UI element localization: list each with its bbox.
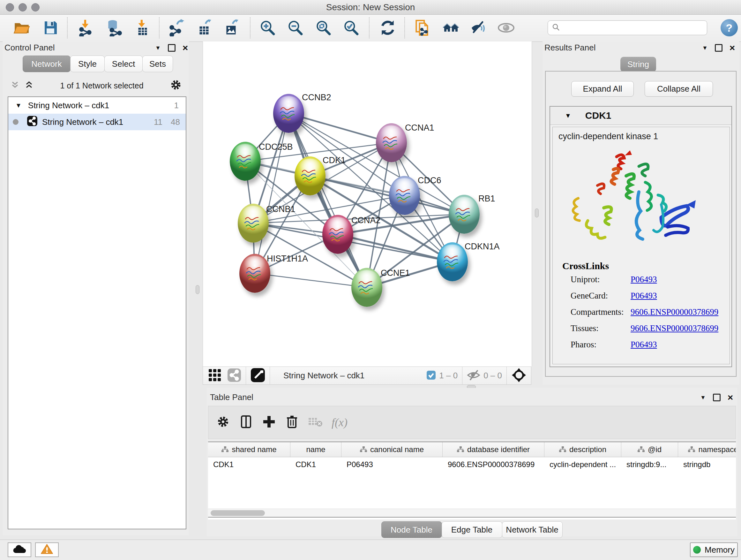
gene-collapse-icon[interactable]: ▼ xyxy=(565,112,571,119)
hidden-eye-icon[interactable] xyxy=(467,370,480,382)
export-image-button[interactable] xyxy=(222,19,241,38)
show-hidden-button[interactable] xyxy=(497,19,515,38)
column-header-name[interactable]: name xyxy=(290,442,341,457)
crosslink-link[interactable]: 9606.ENSP00000378699 xyxy=(630,307,718,317)
delete-column-icon[interactable] xyxy=(285,415,299,430)
crosslink-link[interactable]: P06493 xyxy=(630,291,657,301)
grid-view-icon[interactable] xyxy=(208,368,221,383)
node-CCNA1[interactable] xyxy=(376,123,407,162)
table-cell[interactable]: cyclin-dependent ... xyxy=(544,457,621,472)
expand-all-button[interactable]: Expand All xyxy=(571,81,634,97)
table-settings-gear-icon[interactable] xyxy=(216,415,230,430)
node-CCNA2[interactable] xyxy=(322,215,353,254)
warnings-button[interactable] xyxy=(35,543,59,557)
import-network-database-button[interactable] xyxy=(105,19,123,38)
search-input[interactable] xyxy=(562,23,707,33)
panel-menu-icon[interactable]: ▼ xyxy=(700,394,706,401)
scrollbar-thumb[interactable] xyxy=(211,510,265,516)
table-cell[interactable]: CDK1 xyxy=(208,457,290,472)
panel-float-icon[interactable] xyxy=(168,44,176,52)
fit-content-button[interactable] xyxy=(314,19,333,38)
gene-card-header[interactable]: ▼ CDK1 xyxy=(550,107,731,125)
save-session-button[interactable] xyxy=(41,19,60,38)
table-horizontal-scrollbar[interactable] xyxy=(208,509,736,517)
column-header--id[interactable]: @id xyxy=(621,442,678,457)
center-view-icon[interactable] xyxy=(511,368,527,384)
network-row[interactable]: String Network – cdk1 11 48 xyxy=(8,114,186,130)
hide-selected-button[interactable] xyxy=(469,19,488,38)
panel-close-icon[interactable]: × xyxy=(728,395,733,400)
node-HIST1H1A[interactable] xyxy=(239,254,270,293)
zoom-selected-button[interactable] xyxy=(342,19,360,38)
table-row[interactable]: CDK1CDK1P064939606.ENSP00000378699cyclin… xyxy=(208,457,736,472)
node-CDC6[interactable] xyxy=(389,176,420,215)
function-builder-icon[interactable]: f(x) xyxy=(332,416,347,429)
column-header-canonical-name[interactable]: canonical name xyxy=(341,442,443,457)
tab-edge-table[interactable]: Edge Table xyxy=(442,521,502,538)
node-CCNB2[interactable] xyxy=(273,94,304,133)
clone-network-button[interactable] xyxy=(413,19,431,38)
import-network-file-button[interactable] xyxy=(77,19,95,38)
add-column-icon[interactable] xyxy=(262,415,276,430)
cloud-status-button[interactable] xyxy=(8,543,31,557)
column-header-shared-name[interactable]: shared name xyxy=(208,442,290,457)
tab-select[interactable]: Select xyxy=(105,56,143,72)
crosslink-link[interactable]: P06493 xyxy=(630,274,657,285)
toolbar-search[interactable] xyxy=(548,20,707,35)
panel-close-icon[interactable]: × xyxy=(183,45,188,51)
node-RB1[interactable] xyxy=(449,195,480,234)
delete-table-icon[interactable] xyxy=(308,416,323,429)
crosslink-link[interactable]: 9606.ENSP00000378699 xyxy=(630,323,718,333)
help-button[interactable]: ? xyxy=(721,19,738,37)
collapse-all-networks-icon[interactable] xyxy=(10,80,20,91)
tab-node-table[interactable]: Node Table xyxy=(381,521,442,538)
network-view-canvas[interactable]: CCNB2CCNA1CDC25BCDK1CDC6RB1CCNB1CCNA2CDK… xyxy=(203,42,532,367)
node-CDC25B[interactable] xyxy=(230,142,261,181)
show-columns-icon[interactable] xyxy=(239,415,253,430)
tab-style[interactable]: Style xyxy=(70,56,105,72)
table-cell[interactable]: stringdb:9... xyxy=(621,457,678,472)
right-splitter-handle[interactable] xyxy=(535,208,539,217)
column-header-database-identifier[interactable]: database identifier xyxy=(443,442,544,457)
open-session-button[interactable] xyxy=(12,19,31,38)
zoom-in-button[interactable] xyxy=(258,19,277,38)
crosslink-link[interactable]: P06493 xyxy=(630,340,657,350)
edge-CCNB2-CCNA1[interactable] xyxy=(288,113,391,143)
panel-close-icon[interactable]: × xyxy=(730,45,735,51)
panel-menu-icon[interactable]: ▼ xyxy=(702,45,708,51)
collapse-all-button[interactable]: Collapse All xyxy=(645,81,713,97)
node-CCNE1[interactable] xyxy=(351,268,382,307)
export-table-button[interactable] xyxy=(195,19,213,38)
tab-sets[interactable]: Sets xyxy=(142,56,173,72)
table-cell[interactable]: stringdb xyxy=(678,457,736,472)
tab-network[interactable]: Network xyxy=(23,56,71,72)
node-CDK1[interactable] xyxy=(294,157,326,195)
table-cell[interactable]: CDK1 xyxy=(290,457,341,472)
panel-menu-icon[interactable]: ▼ xyxy=(155,45,161,51)
import-table-file-button[interactable] xyxy=(133,19,152,38)
left-splitter-handle[interactable] xyxy=(196,285,199,294)
network-collection-row[interactable]: ▼ String Network – cdk1 1 xyxy=(8,97,186,114)
show-all-button[interactable] xyxy=(442,19,460,38)
network-options-gear-icon[interactable] xyxy=(170,79,182,92)
memory-button[interactable]: Memory xyxy=(690,543,738,557)
edge-CCNB2-HIST1H1A[interactable] xyxy=(255,113,288,273)
node-CDKN1A[interactable] xyxy=(437,242,468,281)
node-table[interactable]: shared namenamecanonical namedatabase id… xyxy=(208,442,736,519)
zoom-out-button[interactable] xyxy=(286,19,305,38)
node-CCNB1[interactable] xyxy=(238,204,269,243)
table-cell[interactable]: 9606.ENSP00000378699 xyxy=(443,457,544,472)
expand-all-networks-icon[interactable] xyxy=(24,80,34,91)
birdseye-view-toggle[interactable] xyxy=(251,368,265,384)
export-network-button[interactable] xyxy=(167,19,186,38)
results-tab-string[interactable]: String xyxy=(620,57,656,72)
refresh-view-button[interactable] xyxy=(379,19,397,38)
column-header-namespace[interactable]: namespace xyxy=(678,442,736,457)
edge-CCNE1-HIST1H1A[interactable] xyxy=(255,273,367,287)
column-header-description[interactable]: description xyxy=(544,442,621,457)
panel-float-icon[interactable] xyxy=(713,394,721,401)
selected-checkbox-icon[interactable] xyxy=(426,370,436,381)
table-cell[interactable]: P06493 xyxy=(341,457,443,472)
panel-float-icon[interactable] xyxy=(715,44,723,52)
tab-network-table[interactable]: Network Table xyxy=(502,521,562,538)
